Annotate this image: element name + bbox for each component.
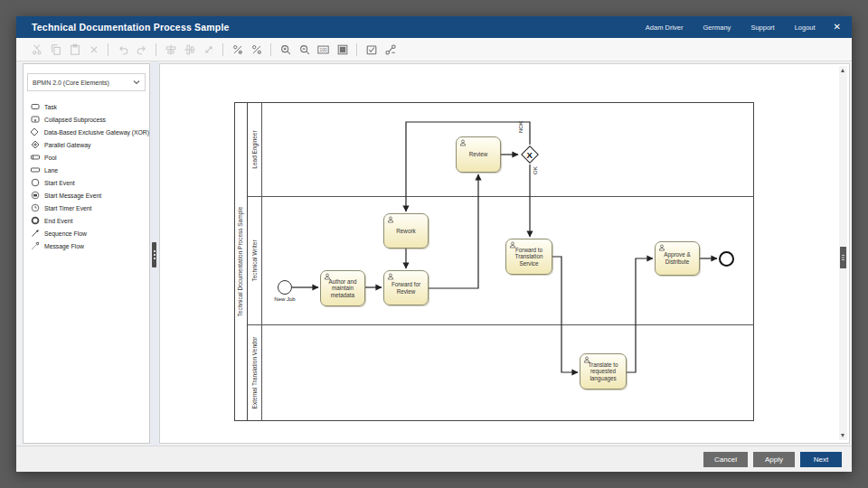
palette-item-lane[interactable]: Lane xyxy=(24,164,149,176)
scrollbar-thumb[interactable] xyxy=(840,247,846,268)
start-event-icon xyxy=(30,178,40,187)
zoom-100-icon[interactable]: 100 xyxy=(315,41,332,58)
lane-header-lead-engineer[interactable]: Lead Engineer xyxy=(248,102,262,196)
start-event[interactable] xyxy=(278,280,292,295)
flow-label-ok: OK xyxy=(529,165,542,182)
user-task-icon xyxy=(658,244,665,253)
palette-item-end-event[interactable]: End Event xyxy=(24,214,149,227)
nav-region[interactable]: Germany xyxy=(703,23,731,32)
zoom-step-out-icon[interactable] xyxy=(248,41,265,58)
palette-item-parallel-gateway[interactable]: Parallel Gateway xyxy=(24,138,149,151)
cancel-button[interactable]: Cancel xyxy=(703,452,748,467)
title-bar: Technical Documentation Process Sample A… xyxy=(16,16,852,38)
task-translate-languages[interactable]: Translate to requested languages xyxy=(580,353,627,389)
undo-icon[interactable] xyxy=(114,41,131,58)
zoom-in-icon[interactable] xyxy=(277,41,294,58)
validate-icon[interactable] xyxy=(363,41,380,58)
parallel-gateway-icon xyxy=(30,140,40,149)
paste-icon[interactable] xyxy=(66,41,83,58)
toolbar-separator xyxy=(222,43,223,56)
redo-icon[interactable] xyxy=(133,41,150,58)
lane-header-technical-writer[interactable]: Technical Writer xyxy=(248,196,262,324)
zoom-step-in-icon[interactable] xyxy=(229,41,246,58)
palette-item-collapsed-subprocess[interactable]: Collapsed Subprocess xyxy=(24,113,149,126)
zoom-out-icon[interactable] xyxy=(296,41,313,58)
task-approve-distribute[interactable]: Approve & Distribute xyxy=(655,241,700,276)
copy-icon[interactable] xyxy=(47,41,64,58)
app-window: Technical Documentation Process Sample A… xyxy=(16,16,852,472)
toolbar-separator xyxy=(356,43,357,56)
end-event-icon xyxy=(30,216,40,225)
user-task-icon xyxy=(583,356,590,365)
palette-item-start-event[interactable]: Start Event xyxy=(24,176,149,189)
task-author-metadata[interactable]: Author and maintain metadata xyxy=(320,270,365,306)
pool-header[interactable]: Technical Documentation Process Sample xyxy=(234,102,248,421)
share-icon[interactable] xyxy=(382,41,399,58)
xor-gateway-icon xyxy=(30,127,40,136)
user-task-icon xyxy=(509,241,516,250)
palette-item-task[interactable]: Task xyxy=(24,100,149,113)
pool-label: Technical Documentation Process Sample xyxy=(238,207,244,317)
resize-icon[interactable] xyxy=(200,41,217,58)
nav-support[interactable]: Support xyxy=(750,23,774,32)
nav-logout[interactable]: Logout xyxy=(795,23,816,32)
palette-list: Task Collapsed Subprocess Data-Based Exc… xyxy=(24,95,149,252)
close-icon[interactable]: ✕ xyxy=(834,23,841,32)
palette-selector-value: BPMN 2.0 (Core Elements) xyxy=(33,80,133,86)
panel-splitter xyxy=(150,61,159,446)
task-icon xyxy=(30,102,40,111)
lane-divider xyxy=(248,324,754,325)
flow-label-nok: NOK xyxy=(514,124,527,145)
palette-item-message-flow[interactable]: Message Flow xyxy=(24,239,149,252)
chevron-down-icon xyxy=(133,80,140,85)
palette-item-start-timer-event[interactable]: Start Timer Event xyxy=(24,202,149,214)
lane-divider xyxy=(248,196,754,197)
palette-item-xor-gateway[interactable]: Data-Based Exclusive Gateway (XOR) xyxy=(24,126,149,138)
diagram-canvas[interactable]: Technical Documentation Process Sample L… xyxy=(159,63,850,444)
scroll-up-icon[interactable] xyxy=(841,69,844,72)
splitter-grip[interactable] xyxy=(152,242,156,267)
palette-item-start-message-event[interactable]: Start Message Event xyxy=(24,189,149,202)
end-event[interactable] xyxy=(719,251,734,267)
lane-icon xyxy=(30,165,40,174)
task-review[interactable]: Review xyxy=(456,136,501,173)
pool-icon xyxy=(30,153,40,162)
bpmn-diagram: Technical Documentation Process Sample L… xyxy=(160,64,849,443)
toolbar-separator xyxy=(156,43,156,56)
palette-item-sequence-flow[interactable]: Sequence Flow xyxy=(24,227,149,239)
footer-bar: Cancel Apply Next xyxy=(16,446,852,472)
lane-header-external-translation-vendor[interactable]: External Translation Vendor xyxy=(248,324,262,421)
palette-selector[interactable]: BPMN 2.0 (Core Elements) xyxy=(27,73,146,91)
toolbar-separator xyxy=(108,43,108,56)
zoom-fit-icon[interactable] xyxy=(334,41,351,58)
delete-icon[interactable] xyxy=(85,41,102,58)
palette-item-pool[interactable]: Pool xyxy=(24,151,149,164)
zoom-100-label: 100 xyxy=(320,48,327,52)
toolbar: 100 xyxy=(16,38,852,61)
toolbar-separator xyxy=(270,43,271,56)
cut-icon[interactable] xyxy=(28,41,45,58)
next-button[interactable]: Next xyxy=(800,452,842,467)
task-forward-to-translation-service[interactable]: Forward to Translation Service xyxy=(505,239,552,275)
user-task-icon xyxy=(459,139,467,148)
canvas-vertical-scrollbar[interactable] xyxy=(839,66,847,440)
apply-button[interactable]: Apply xyxy=(753,452,795,467)
main-area: BPMN 2.0 (Core Elements) Task Collapsed … xyxy=(16,61,852,446)
start-event-label: New Job xyxy=(267,296,303,302)
collapsed-subprocess-icon xyxy=(30,115,40,124)
user-task-icon xyxy=(387,273,394,282)
start-timer-event-icon xyxy=(30,203,40,212)
sequence-flow-icon xyxy=(30,229,40,238)
user-task-icon xyxy=(387,216,394,225)
scroll-down-icon[interactable] xyxy=(841,434,844,437)
task-rework[interactable]: Rework xyxy=(383,213,429,249)
task-forward-for-review[interactable]: Forward for Review xyxy=(383,270,429,305)
page-title: Technical Documentation Process Sample xyxy=(32,22,230,33)
start-message-event-icon xyxy=(30,191,40,200)
align-center-icon[interactable] xyxy=(181,41,198,58)
palette-sidebar: BPMN 2.0 (Core Elements) Task Collapsed … xyxy=(23,63,150,444)
message-flow-icon xyxy=(30,241,40,250)
nav-user[interactable]: Adam Driver xyxy=(646,23,684,32)
user-task-icon xyxy=(324,273,331,282)
align-middle-icon[interactable] xyxy=(162,41,179,58)
